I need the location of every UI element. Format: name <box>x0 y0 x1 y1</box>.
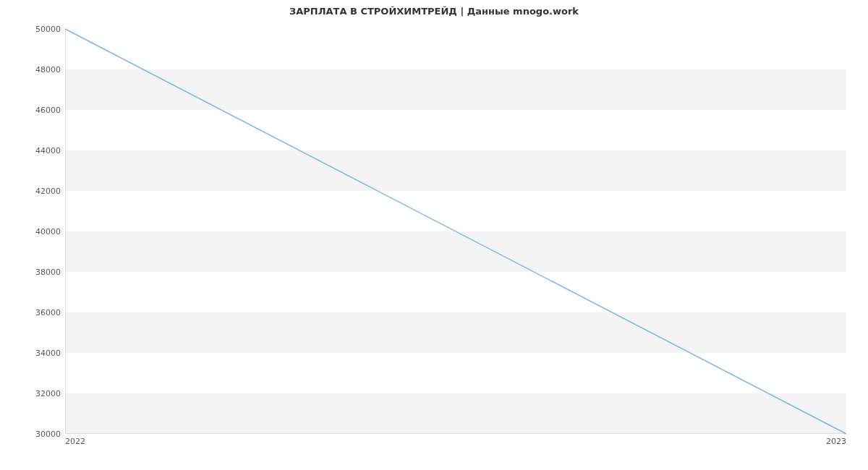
salary-chart: ЗАРПЛАТА В СТРОЙХИМТРЕЙД | Данные mnogo.… <box>0 0 868 470</box>
series-line-salary <box>65 29 846 434</box>
x-tick-label: 2023 <box>826 437 846 446</box>
y-tick-label: 42000 <box>17 187 61 196</box>
y-tick-label: 30000 <box>17 430 61 439</box>
y-tick-label: 48000 <box>17 65 61 74</box>
y-tick-label: 32000 <box>17 389 61 398</box>
line-layer <box>65 29 846 434</box>
y-tick-label: 46000 <box>17 106 61 115</box>
y-tick-label: 34000 <box>17 349 61 358</box>
chart-title: ЗАРПЛАТА В СТРОЙХИМТРЕЙД | Данные mnogo.… <box>0 6 868 17</box>
y-tick-label: 44000 <box>17 146 61 155</box>
y-tick-label: 38000 <box>17 268 61 277</box>
y-tick-label: 40000 <box>17 227 61 236</box>
y-tick-label: 36000 <box>17 308 61 317</box>
x-tick-label: 2022 <box>65 437 85 446</box>
plot-area <box>65 29 846 434</box>
y-tick-label: 50000 <box>17 25 61 34</box>
